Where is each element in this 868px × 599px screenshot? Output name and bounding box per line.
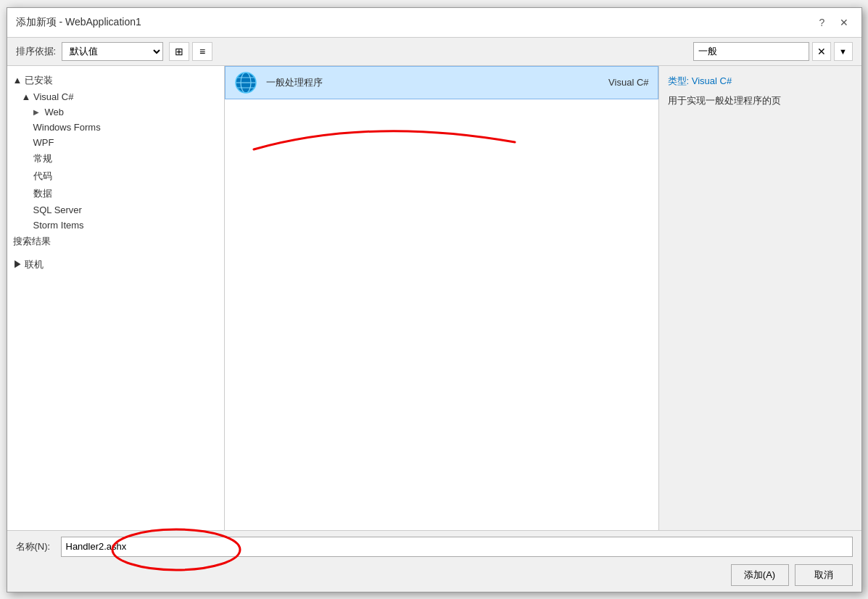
item-icon [234,71,257,94]
clear-search-button[interactable]: ✕ [812,42,831,61]
sidebar-item-online[interactable]: ▶ 联机 [7,256,224,273]
sort-select[interactable]: 默认值 [62,42,163,61]
close-button[interactable]: ✕ [835,14,853,31]
type-label: 类型: [668,75,690,86]
sort-label: 排序依据: [16,45,57,58]
search-box: ✕ ▼ [693,42,853,61]
main-area: ▲ 已安装 ▲ Visual C# ▶ Web Windows Forms WP… [7,66,861,530]
sidebar-item-shuju[interactable]: 数据 [7,185,224,202]
bottom-area: 名称(N): 添加(A) 取消 [7,530,861,592]
expand-search-button[interactable]: ▼ [834,42,853,61]
name-row: 名称(N): [16,537,853,557]
sidebar-item-web[interactable]: ▶ Web [7,104,224,120]
search-results-label: 搜索结果 [13,235,51,248]
type-value: Visual C# [692,75,732,86]
sidebar: ▲ 已安装 ▲ Visual C# ▶ Web Windows Forms WP… [7,66,225,530]
item-type: Visual C# [576,77,649,88]
item-name: 一般处理程序 [266,76,568,89]
sidebar-item-installed[interactable]: ▲ 已安装 [7,72,224,89]
sidebar-item-changgui[interactable]: 常规 [7,150,224,168]
content-area: 一般处理程序 Visual C# [225,66,658,530]
name-input[interactable] [61,537,853,557]
windows-forms-label: Windows Forms [33,122,101,133]
web-label: Web [45,107,65,117]
type-row: 类型: Visual C# [668,75,853,88]
sidebar-item-visual-csharp[interactable]: ▲ Visual C# [7,89,224,104]
name-label: 名称(N): [16,540,52,553]
list-view-button[interactable]: ≡ [192,42,212,61]
visual-csharp-label: ▲ Visual C# [22,91,74,102]
buttons-row: 添加(A) 取消 [16,564,853,586]
description: 用于实现一般处理程序的页 [668,94,853,108]
toolbar: 排序依据: 默认值 ⊞ ≡ ✕ ▼ [7,38,861,66]
sidebar-item-daima[interactable]: 代码 [7,168,224,185]
changgui-label: 常规 [33,152,52,165]
sidebar-item-windows-forms[interactable]: Windows Forms [7,120,224,135]
shuju-label: 数据 [33,187,52,200]
sql-server-label: SQL Server [33,205,82,215]
add-button[interactable]: 添加(A) [731,564,789,586]
cancel-button[interactable]: 取消 [795,564,853,586]
view-toggle: ⊞ ≡ [169,42,212,61]
selected-item-row[interactable]: 一般处理程序 Visual C# [225,66,658,99]
sidebar-item-sql-server[interactable]: SQL Server [7,202,224,218]
search-input[interactable] [693,42,809,61]
add-new-item-dialog: 添加新项 - WebApplication1 ? ✕ 排序依据: 默认值 ⊞ ≡… [7,7,862,592]
installed-label: ▲ 已安装 [13,74,53,87]
web-expand-icon: ▶ [33,108,42,116]
sidebar-item-storm-items[interactable]: Storm Items [7,218,224,233]
sidebar-item-search-results[interactable]: 搜索结果 [7,233,224,250]
title-bar: 添加新项 - WebApplication1 ? ✕ [7,8,861,38]
help-button[interactable]: ? [814,14,831,31]
online-label: ▶ 联机 [13,258,44,271]
title-bar-buttons: ? ✕ [814,14,853,31]
sidebar-item-wpf[interactable]: WPF [7,135,224,150]
wpf-label: WPF [33,137,54,148]
annotation-arrow [239,110,529,160]
storm-items-label: Storm Items [33,220,84,231]
right-panel: 类型: Visual C# 用于实现一般处理程序的页 [658,66,861,530]
dialog-title: 添加新项 - WebApplication1 [16,16,141,29]
daima-label: 代码 [33,170,52,183]
grid-view-button[interactable]: ⊞ [169,42,189,61]
